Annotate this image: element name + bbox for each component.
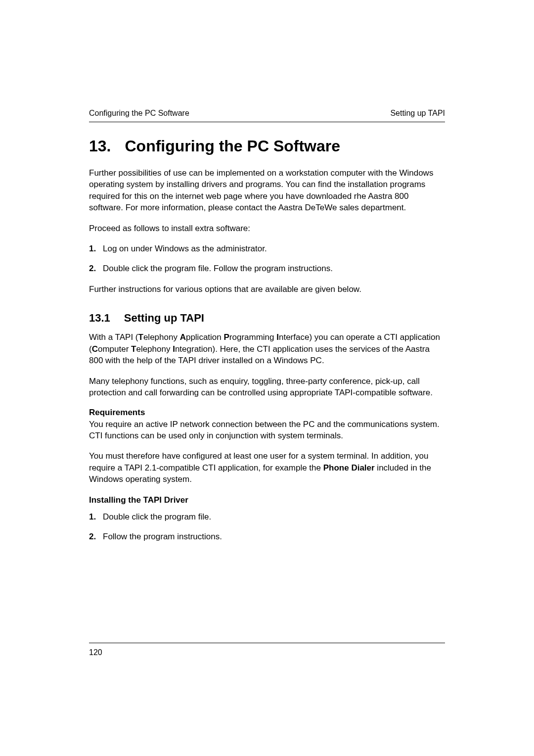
running-header: Configuring the PC Software Setting up T…	[89, 109, 445, 122]
page-footer: 120	[89, 643, 445, 657]
requirements-paragraph-2: You must therefore have configured at le…	[89, 450, 445, 485]
section-paragraph-2: Many telephony functions, such as enquir…	[89, 376, 445, 399]
list-item: Follow the program instructions.	[89, 531, 445, 543]
list-item: Double click the program file.	[89, 511, 445, 523]
intro-paragraph-3: Further instructions for various options…	[89, 284, 445, 295]
install-steps: Double click the program file. Follow th…	[89, 511, 445, 543]
section-number: 13.1	[89, 312, 110, 325]
header-right: Setting up TAPI	[390, 109, 445, 118]
section-title: Setting up TAPI	[124, 312, 204, 325]
section-paragraph-1: With a TAPI (Telephony Application Progr…	[89, 331, 445, 366]
chapter-heading: 13. Configuring the PC Software	[89, 137, 445, 155]
installing-heading: Installing the TAPI Driver	[89, 495, 445, 505]
document-page: Configuring the PC Software Setting up T…	[0, 0, 534, 756]
requirements-heading: Requirements	[89, 408, 445, 418]
intro-steps: Log on under Windows as the administrato…	[89, 243, 445, 275]
section-heading: 13.1 Setting up TAPI	[89, 312, 445, 325]
header-left: Configuring the PC Software	[89, 109, 189, 118]
list-item: Double click the program file. Follow th…	[89, 263, 445, 275]
intro-paragraph-1: Further possibilities of use can be impl…	[89, 167, 445, 214]
list-item: Log on under Windows as the administrato…	[89, 243, 445, 255]
page-number: 120	[89, 643, 445, 657]
chapter-title: Configuring the PC Software	[125, 137, 340, 155]
requirements-paragraph-1: You require an active IP network connect…	[89, 419, 445, 442]
intro-paragraph-2: Proceed as follows to install extra soft…	[89, 223, 445, 234]
chapter-number: 13.	[89, 137, 111, 155]
